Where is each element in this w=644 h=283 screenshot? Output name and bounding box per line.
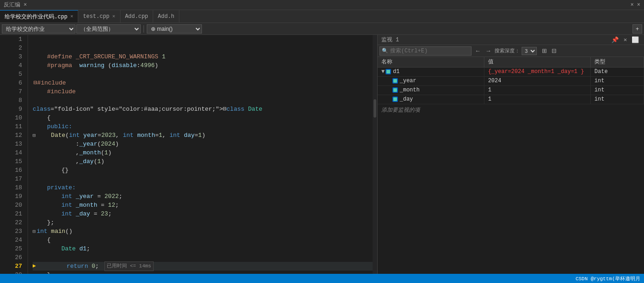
code-line-21: int _day = 23; <box>33 209 373 218</box>
code-line-18: private: <box>33 183 373 192</box>
line-number-13: 13 <box>7 140 22 148</box>
watch-row-d1[interactable]: ▼ d1 {_year=2024 _month=1 _day=1 }Date <box>378 67 644 76</box>
line-number-19: 19 <box>7 192 22 201</box>
watch-value-child-day: 1 <box>484 95 590 104</box>
code-content: #pragma warning (disable:4996) <box>33 61 158 70</box>
execution-marker: ▶ <box>33 262 36 271</box>
tab-1[interactable]: 给学校交的作业代码.cpp × <box>0 10 78 23</box>
code-line-5 <box>33 70 373 79</box>
toolbar-add-btn[interactable]: + <box>632 24 642 34</box>
line-number-22: 22 <box>7 218 22 227</box>
line-number-18: 18 <box>7 183 22 192</box>
search-input[interactable] <box>390 48 469 54</box>
line-number-21: 21 <box>7 209 22 218</box>
search-depth-label: 搜索深度： <box>494 47 520 54</box>
code-line-20: int _month = 12; <box>33 201 373 209</box>
code-line-28: } <box>33 271 373 274</box>
watch-name-child-month: _month <box>378 85 484 95</box>
expand-icon-d1[interactable]: ▼ <box>381 68 385 75</box>
editor-toolbar: 给学校交的作业 （全局范围） ⊕ main() + <box>0 23 644 35</box>
function-dropdown[interactable]: ⊕ main() <box>147 24 202 34</box>
title-bar: 反汇编 × × × <box>0 0 644 10</box>
timing-info: 已用时间 <= 14ms <box>104 261 154 271</box>
watch-expand-btn[interactable]: ⬜ <box>630 36 640 43</box>
code-line-26 <box>33 253 373 262</box>
watch-value-d1: {_year=2024 _month=1 _day=1 } <box>484 67 590 76</box>
scope-dropdown[interactable]: 给学校交的作业 <box>2 24 75 34</box>
right-panel: 监视 1 📌 × ⬜ 🔍 ← → 搜索深度： 3 ⊞ ⊟ <box>377 35 644 274</box>
line-number-27: 27 <box>7 262 22 271</box>
watch-child-icon <box>392 87 398 93</box>
tab-3[interactable]: Add.cpp <box>121 10 153 23</box>
nav-back-btn[interactable]: ← <box>473 47 482 54</box>
watch-name-d1: ▼ d1 <box>378 67 484 76</box>
col-type: 类型 <box>591 57 644 67</box>
scrollbar-thumb[interactable] <box>374 99 376 118</box>
code-area[interactable]: #define _CRT_SRCURE_NO_WARNINGS 1 #pragm… <box>28 35 373 274</box>
code-content: #include <box>33 87 79 96</box>
line-indicator <box>0 35 7 274</box>
code-content: int _year = 2022; <box>33 192 122 201</box>
code-line-12: ⊟ Date(int year=2023, int month=1, int d… <box>33 131 373 140</box>
code-content: }; <box>33 218 54 227</box>
watch-row-year[interactable]: _year 2024int <box>378 76 644 85</box>
line-number-5: 5 <box>7 70 22 79</box>
code-content: int _month = 12; <box>33 201 119 209</box>
search-depth-select[interactable]: 3 <box>522 47 537 55</box>
tab-1-close[interactable]: × <box>70 14 74 19</box>
line-number-25: 25 <box>7 244 22 253</box>
tab-3-label: Add.cpp <box>125 13 148 20</box>
line-number-14: 14 <box>7 148 22 157</box>
tab-2[interactable]: test.cpp × <box>78 10 120 23</box>
line-number-9: 9 <box>7 105 22 113</box>
code-line-17 <box>33 175 373 183</box>
watch-value-child-month: 1 <box>484 85 590 95</box>
watch-child-icon <box>392 78 398 84</box>
nav-forward-btn[interactable]: → <box>484 47 493 54</box>
code-content: ⊟ Date(int year=2023, int month=1, int d… <box>33 131 205 140</box>
scrollbar-track[interactable] <box>373 35 377 274</box>
code-content: #define _CRT_SRCURE_NO_WARNINGS 1 <box>33 52 166 61</box>
line-number-24: 24 <box>7 236 22 244</box>
watch-icon-btn2[interactable]: ⊟ <box>550 47 558 54</box>
code-content: } <box>33 271 51 274</box>
line-number-8: 8 <box>7 96 22 105</box>
watch-icon-btn1[interactable]: ⊞ <box>540 47 548 54</box>
tab-2-label: test.cpp <box>83 13 109 20</box>
line-number-7: 7 <box>7 87 22 96</box>
line-numbers: 1234567891011121314151617181920212223242… <box>7 35 28 274</box>
editor-content: 1234567891011121314151617181920212223242… <box>7 35 377 274</box>
code-line-4: #pragma warning (disable:4996) <box>33 61 373 70</box>
code-line-25: Date d1; <box>33 244 373 253</box>
watch-name-child-year: _year <box>378 76 484 85</box>
code-content: ,_month(1) <box>33 148 112 157</box>
tab-2-close[interactable]: × <box>112 14 115 19</box>
code-content: { <box>33 113 51 122</box>
code-line-13: :_year(2024) <box>33 140 373 148</box>
main-content: 1234567891011121314151617181920212223242… <box>0 35 644 274</box>
add-watch[interactable]: 添加要监视的项 <box>378 104 644 116</box>
code-line-6: ⊟#include <box>33 79 373 87</box>
right-panel-header: 监视 1 📌 × ⬜ <box>378 35 644 45</box>
status-text: CSDN @rygttm(举杯邀明月 <box>575 275 640 282</box>
tab-4[interactable]: Add.h <box>153 10 179 23</box>
watch-table: 名称 值 类型 ▼ d1 {_year=2024 _month=1 _day=1… <box>378 57 644 104</box>
line-number-1: 1 <box>7 35 22 44</box>
col-name: 名称 <box>378 57 484 67</box>
code-line-2 <box>33 44 373 52</box>
watch-pin-btn[interactable]: 📌 <box>610 36 620 43</box>
code-line-23: ⊟int main() <box>33 227 373 236</box>
code-line-19: int _year = 2022; <box>33 192 373 201</box>
code-content: Date d1; <box>33 244 90 253</box>
code-line-10: { <box>33 113 373 122</box>
watch-row-day[interactable]: _day 1int <box>378 95 644 104</box>
line-number-26: 26 <box>7 253 22 262</box>
code-line-14: ,_month(1) <box>33 148 373 157</box>
watch-close-btn[interactable]: × <box>622 36 628 43</box>
code-content <box>33 96 36 105</box>
range-dropdown[interactable]: （全局范围） <box>76 24 141 34</box>
code-content <box>33 175 36 183</box>
code-content <box>33 253 36 262</box>
watch-row-month[interactable]: _month 1int <box>378 85 644 95</box>
code-content: { <box>33 236 51 244</box>
